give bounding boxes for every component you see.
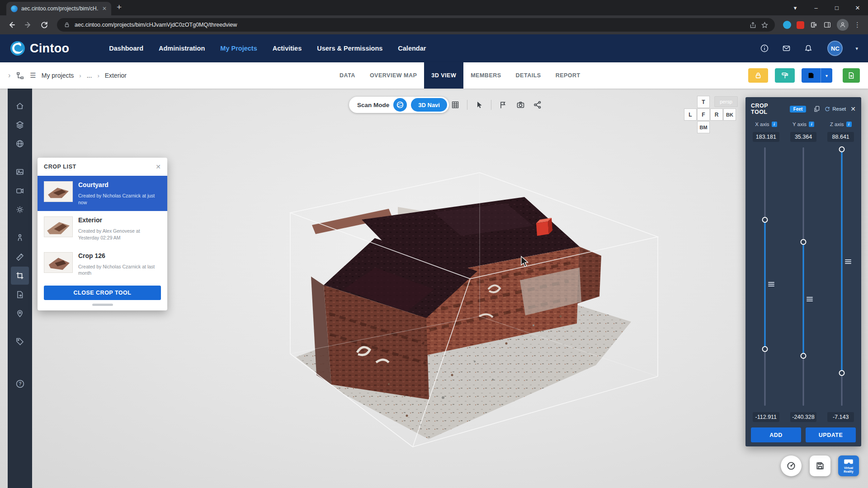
- x-min-value[interactable]: -112.911: [753, 412, 779, 422]
- project-tree-icon[interactable]: [16, 71, 24, 80]
- help-button[interactable]: ?: [11, 375, 29, 393]
- crop-tool-close-icon[interactable]: ✕: [850, 105, 856, 113]
- virtual-reality-button[interactable]: Virtual Reality: [838, 455, 859, 476]
- unit-badge[interactable]: Feet: [790, 106, 807, 113]
- add-crop-button[interactable]: ADD: [751, 427, 801, 442]
- reset-button[interactable]: Reset: [824, 106, 846, 112]
- y-range-drag-handle[interactable]: [807, 297, 813, 301]
- forward-button[interactable]: [21, 18, 35, 32]
- tag-tool[interactable]: [11, 333, 29, 351]
- brand-logo[interactable]: Cintoo: [10, 41, 69, 56]
- add-action-button[interactable]: [843, 68, 860, 83]
- streetview-tool[interactable]: [11, 229, 29, 247]
- x-range-drag-handle[interactable]: [768, 282, 774, 286]
- z-max-handle[interactable]: [839, 146, 844, 152]
- save-options-caret[interactable]: ▾: [821, 68, 832, 83]
- copy-icon[interactable]: [813, 105, 821, 113]
- grid-view-button[interactable]: [450, 99, 461, 110]
- back-button[interactable]: [5, 18, 19, 32]
- panel-drag-handle[interactable]: [92, 304, 113, 306]
- view-bottom-button[interactable]: BM: [697, 121, 710, 133]
- tab-details[interactable]: DETAILS: [509, 62, 548, 89]
- orbit-mode-icon[interactable]: [393, 98, 407, 112]
- breadcrumb-current[interactable]: Exterior: [105, 72, 127, 79]
- y-min-value[interactable]: -240.328: [790, 412, 817, 422]
- export-tool[interactable]: [11, 286, 29, 304]
- tab-search-icon[interactable]: ▾: [785, 5, 806, 11]
- tab-close-icon[interactable]: ✕: [102, 5, 107, 12]
- select-cursor-button[interactable]: [474, 99, 485, 110]
- collapse-chevron-icon[interactable]: ›: [8, 71, 10, 80]
- view-left-button[interactable]: L: [684, 108, 697, 121]
- breadcrumb-root[interactable]: My projects: [42, 72, 74, 79]
- update-crop-button[interactable]: UPDATE: [806, 427, 856, 442]
- profile-avatar[interactable]: [837, 19, 849, 31]
- nav-activities[interactable]: Activities: [273, 45, 302, 52]
- save-view-button[interactable]: [810, 455, 830, 476]
- nav-calendar[interactable]: Calendar: [398, 45, 426, 52]
- locate-button[interactable]: [781, 455, 802, 476]
- y-axis-slider[interactable]: [784, 145, 822, 408]
- puzzle-extensions-icon[interactable]: [810, 21, 818, 29]
- perspective-toggle[interactable]: persp: [714, 96, 738, 107]
- mail-icon[interactable]: [782, 44, 791, 53]
- browser-tab[interactable]: aec.cintoo.com/projects/bim/cH... ✕: [6, 2, 111, 15]
- nav-administration[interactable]: Administration: [159, 45, 205, 52]
- nav-my-projects[interactable]: My Projects: [220, 45, 257, 52]
- x-axis-slider[interactable]: [745, 145, 784, 408]
- slider-range[interactable]: [764, 220, 765, 347]
- lock-action-button[interactable]: [748, 68, 768, 83]
- tab-overview-map[interactable]: OVERVIEW MAP: [363, 62, 424, 89]
- view-top-button[interactable]: T: [697, 96, 710, 108]
- address-bar[interactable]: aec.cintoo.com/projects/bim/cHJvamVjdC0z…: [57, 18, 775, 32]
- tab-data[interactable]: DATA: [332, 62, 363, 89]
- crop-list-close-icon[interactable]: ✕: [156, 163, 161, 170]
- crop-list-item[interactable]: Exterior Created by Alex Genovese at Yes…: [38, 211, 167, 246]
- paint-action-button[interactable]: [775, 68, 795, 83]
- z-axis-slider[interactable]: [822, 145, 861, 408]
- settings-tool[interactable]: [11, 201, 29, 219]
- x-max-handle[interactable]: [762, 217, 768, 223]
- window-close-button[interactable]: ✕: [847, 5, 868, 11]
- breadcrumb-ellipsis[interactable]: ...: [87, 72, 92, 79]
- close-crop-tool-button[interactable]: CLOSE CROP TOOL: [44, 286, 161, 300]
- extension-icon[interactable]: [797, 21, 804, 29]
- share-view-button[interactable]: [532, 99, 543, 110]
- view-front-button[interactable]: F: [697, 108, 710, 121]
- tab-report[interactable]: REPORT: [548, 62, 588, 89]
- y-max-handle[interactable]: [800, 239, 806, 245]
- 3d-navi-button[interactable]: 3D Navi: [411, 98, 447, 112]
- viewport-3d[interactable]: ? Scan Mode 3D Navi: [0, 89, 868, 488]
- crop-list-item[interactable]: Crop 126 Created by Nicholas Czarnick at…: [38, 247, 167, 282]
- info-icon[interactable]: [760, 44, 769, 53]
- account-caret-icon[interactable]: ▾: [855, 46, 858, 52]
- save-button[interactable]: [802, 68, 821, 83]
- info-icon[interactable]: i: [809, 122, 814, 127]
- x-min-handle[interactable]: [762, 346, 768, 352]
- browser-menu-icon[interactable]: ⋮: [854, 21, 861, 29]
- x-max-value[interactable]: 183.181: [753, 132, 779, 142]
- notifications-bell-icon[interactable]: [804, 44, 813, 53]
- crop-tool-button[interactable]: [11, 267, 29, 285]
- home-tool[interactable]: [11, 97, 29, 115]
- tab-3d-view[interactable]: 3D VIEW: [424, 62, 463, 89]
- view-right-button[interactable]: R: [710, 108, 723, 121]
- nav-users-permissions[interactable]: Users & Permissions: [317, 45, 382, 52]
- window-maximize-button[interactable]: □: [826, 5, 847, 11]
- layers-tool[interactable]: [11, 116, 29, 134]
- extension-icon[interactable]: [783, 21, 791, 29]
- crop-list-item[interactable]: Courtyard Created by Nicholas Czarnick a…: [38, 176, 167, 211]
- y-min-handle[interactable]: [800, 353, 806, 359]
- measure-tool[interactable]: [11, 248, 29, 266]
- screenshot-button[interactable]: [515, 99, 526, 110]
- new-tab-button[interactable]: +: [117, 2, 122, 12]
- z-max-value[interactable]: 88.641: [827, 132, 854, 142]
- flag-annotation-button[interactable]: [498, 99, 509, 110]
- z-min-handle[interactable]: [839, 370, 844, 376]
- side-panel-icon[interactable]: [823, 21, 831, 29]
- window-minimize-button[interactable]: –: [806, 5, 826, 11]
- panorama-tool[interactable]: [11, 163, 29, 181]
- globe-tool[interactable]: [11, 135, 29, 153]
- bookmark-star-icon[interactable]: [761, 21, 769, 29]
- hamburger-menu-icon[interactable]: ☰: [30, 71, 36, 80]
